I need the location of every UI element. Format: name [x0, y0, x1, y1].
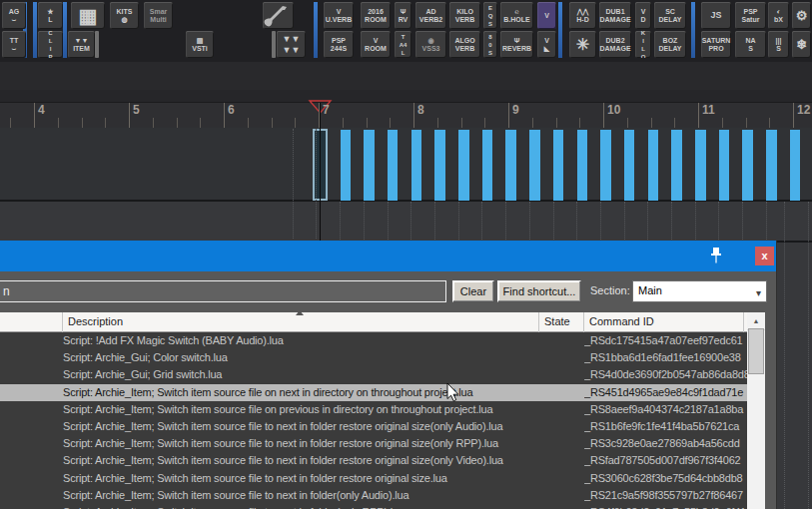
- toolbar-button-na-s[interactable]: NAS: [735, 31, 766, 58]
- toolbar-button-smart-multi[interactable]: SmarMulti: [144, 2, 173, 29]
- toolbar-button-vsti[interactable]: ▤VSTi: [186, 31, 214, 58]
- pin-icon[interactable]: [708, 247, 724, 264]
- toolbar-button-rv[interactable]: ΨRV: [395, 2, 411, 29]
- list-scrollbar[interactable]: ▲: [747, 312, 765, 509]
- toolbar-button-gear[interactable]: ⚙: [792, 2, 811, 29]
- toolbar-button-v-slope[interactable]: V◣: [537, 31, 556, 58]
- toolbar-button-ag[interactable]: AG⌣: [2, 2, 26, 29]
- toolbar-button-boz-delay[interactable]: BOZDELAY: [654, 31, 686, 58]
- toolbar-button-clip[interactable]: CLIP: [38, 31, 63, 58]
- toolbar-button-guitar-icon[interactable]: [263, 2, 294, 29]
- toolbar-button-kilo[interactable]: KILO: [635, 31, 651, 58]
- toolbar-button-js[interactable]: JS: [701, 2, 731, 29]
- toolbar-button-algo-verb[interactable]: ALGOVERB: [449, 31, 480, 58]
- action-list-row[interactable]: Script: Archie_Item; Switch item source …: [0, 470, 747, 487]
- media-item[interactable]: [553, 130, 564, 201]
- column-header-state[interactable]: State: [539, 312, 584, 332]
- media-item[interactable]: [388, 130, 399, 201]
- toolbar-button-v-d[interactable]: VD: [635, 2, 651, 29]
- media-item[interactable]: [482, 130, 493, 201]
- toolbar-button-eqs[interactable]: EQS: [483, 2, 497, 29]
- column-header-shortcut[interactable]: [0, 312, 63, 332]
- media-item[interactable]: [341, 130, 352, 201]
- toolbar-button-vss3[interactable]: ◉VSS3: [415, 31, 446, 58]
- toolbar-button-tt[interactable]: TT⌣: [2, 31, 26, 58]
- media-item[interactable]: [529, 130, 540, 201]
- toolbar-button-psp-244s[interactable]: PSP244S: [324, 31, 354, 58]
- dialog-titlebar[interactable]: x: [0, 241, 776, 271]
- media-item[interactable]: [624, 130, 635, 201]
- toolbar-button-kits[interactable]: KITS◍: [110, 2, 139, 29]
- toolbar-button-v-room[interactable]: VROOM: [361, 31, 391, 58]
- toolbar-button-psp-satur[interactable]: PSPSatur: [735, 2, 766, 29]
- toolbar-button-snowflake[interactable]: ❄: [792, 31, 811, 58]
- media-item[interactable]: [671, 130, 682, 201]
- clear-button[interactable]: Clear: [452, 280, 494, 302]
- column-header-description[interactable]: Description: [63, 312, 539, 332]
- toolbar-button-h-d[interactable]: ⋀⋀H-D: [569, 2, 596, 29]
- toolbar-button-room-2016[interactable]: 2016ROOM: [361, 2, 391, 29]
- media-item[interactable]: [742, 130, 753, 201]
- section-dropdown[interactable]: Main ▾: [632, 280, 767, 302]
- row-description: Script: Archie_Item; Switch item source …: [63, 401, 539, 418]
- find-shortcut-button[interactable]: Find shortcut...: [497, 280, 581, 302]
- toolbar-button-chevrons[interactable]: ▼▼▼▼: [277, 31, 306, 58]
- toolbar-button-ta4l[interactable]: TA4L: [395, 31, 411, 58]
- action-list-row[interactable]: Script: Archie_Item; Switch item source …: [0, 504, 747, 509]
- track-area[interactable]: [0, 128, 812, 241]
- toolbar-button-u-verb[interactable]: VU.VERB: [324, 2, 354, 29]
- toolbar-button-reverb[interactable]: ΨREVERB: [500, 31, 533, 58]
- action-list-row[interactable]: Script: Archie_Gui; Color switch.lua_RS1…: [0, 349, 747, 366]
- media-item[interactable]: [577, 130, 588, 201]
- media-item[interactable]: [600, 130, 611, 201]
- action-list[interactable]: Script: !Add FX Magic Switch (BABY Audio…: [0, 332, 747, 509]
- toolbar-separator: [691, 2, 695, 58]
- action-list-row[interactable]: Script: Archie_Item; Switch item source …: [0, 487, 747, 504]
- media-item[interactable]: [364, 130, 375, 201]
- toolbar-button-sc-delay[interactable]: SCDELAY: [654, 2, 686, 29]
- action-list-row[interactable]: Script: Archie_Item; Switch item source …: [0, 452, 747, 469]
- toolbar-button-s-bars[interactable]: |||S: [768, 31, 789, 58]
- toolbar-button-b-hole[interactable]: ℮B.HOLE: [500, 2, 533, 29]
- action-list-row[interactable]: Script: !Add FX Magic Switch (BABY Audio…: [0, 332, 747, 349]
- toolbar-button-dub1-damage[interactable]: DUB1DAMAGE: [599, 2, 631, 29]
- action-list-row[interactable]: Script: Archie_Gui; Grid switch.lua_RS4d…: [0, 366, 747, 383]
- media-item[interactable]: [695, 130, 706, 201]
- toolbar-button-star-l[interactable]: ★L: [38, 2, 63, 29]
- scrollbar-thumb[interactable]: [748, 328, 764, 374]
- row-description: Script: Archie_Gui; Grid switch.lua: [63, 366, 539, 383]
- media-item[interactable]: [434, 130, 445, 201]
- media-item[interactable]: [719, 130, 730, 201]
- toolbar-button-saturn-pro[interactable]: SATURNPRO: [701, 31, 731, 58]
- media-item[interactable]: [766, 130, 777, 201]
- ruler-tick: [508, 103, 509, 128]
- action-list-row[interactable]: Script: Archie_Item; Switch item source …: [0, 384, 747, 401]
- media-item[interactable]: [458, 130, 469, 201]
- action-list-row[interactable]: Script: Archie_Item; Switch item source …: [0, 435, 747, 452]
- media-item[interactable]: [648, 130, 659, 201]
- action-list-row[interactable]: Script: Archie_Item; Switch item source …: [0, 401, 747, 418]
- column-header-command-id[interactable]: Command ID: [584, 312, 744, 332]
- toolbar-button-ad-verb2[interactable]: ADVERB2: [415, 2, 446, 29]
- toolbar-button-v-purple[interactable]: V: [537, 2, 556, 29]
- media-item[interactable]: [790, 130, 801, 201]
- row-shortcut-cell: [0, 435, 63, 452]
- toolbar-button-grid[interactable]: ▦: [71, 2, 105, 29]
- row-shortcut-cell: [0, 452, 63, 469]
- media-item[interactable]: [505, 130, 516, 201]
- toolbar-button-swirl[interactable]: ✳: [569, 31, 596, 58]
- grid-line: [624, 202, 625, 240]
- toolbar-button-item[interactable]: ▼▼ITEM: [68, 31, 95, 58]
- action-list-row[interactable]: Script: Archie_Item; Switch item source …: [0, 418, 747, 435]
- close-icon[interactable]: x: [755, 247, 774, 265]
- toolbar-separator: [63, 2, 67, 58]
- timeline-ruler[interactable]: 456789101112: [0, 90, 812, 129]
- toolbar-button-dub2-damage[interactable]: DUB2DAMAGE: [599, 31, 631, 58]
- toolbar-button-80s[interactable]: 80S: [483, 31, 497, 58]
- toolbar-button-kilo-verb[interactable]: KILOVERB: [449, 2, 480, 29]
- toolbar-button-bx[interactable]: ◐bX: [768, 2, 789, 29]
- track-2-lane[interactable]: [0, 202, 812, 241]
- ruler-tick: [34, 103, 35, 128]
- media-item[interactable]: [411, 130, 422, 201]
- action-filter-input[interactable]: [0, 280, 446, 302]
